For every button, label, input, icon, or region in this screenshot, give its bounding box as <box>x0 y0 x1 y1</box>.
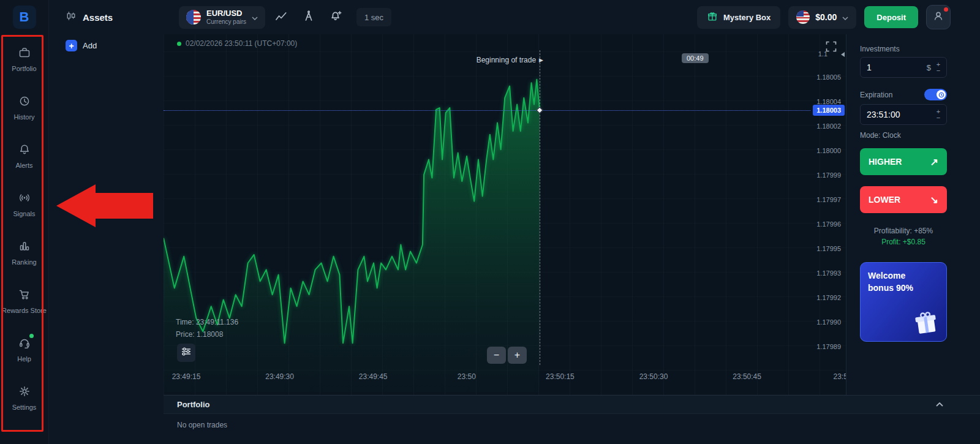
sidebar-item-help[interactable]: Help <box>0 325 48 374</box>
arrow-up-right-icon: ↗ <box>930 156 938 168</box>
assets-panel: + Add <box>49 34 164 444</box>
bell-icon <box>18 143 31 158</box>
toggle-knob-clock-icon <box>937 90 946 99</box>
profitability-text: Profitability: +85% <box>860 227 947 235</box>
expiration-input[interactable]: 23:51:00 + − <box>860 104 947 125</box>
chart-type-button[interactable] <box>270 6 293 29</box>
chart-timestamp: 02/02/2026 23:50:11 (UTC+07:00) <box>186 39 297 48</box>
expiration-label: Expiration <box>860 91 892 99</box>
gift-icon <box>707 11 718 24</box>
eurusd-flag-icon <box>186 10 201 24</box>
stepper-decrease-button[interactable]: − <box>934 115 943 121</box>
portfolio-panel: Portfolio No open trades <box>164 395 980 444</box>
body-row: + Add <box>49 34 980 444</box>
timeframe-label: 1 sec <box>364 13 383 22</box>
portfolio-header[interactable]: Portfolio <box>164 396 980 414</box>
chevron-up-icon <box>936 402 943 407</box>
account-balance-selector[interactable]: $0.00 <box>788 6 856 29</box>
currency-symbol: $ <box>927 63 931 72</box>
investment-value: 1 <box>867 62 927 72</box>
drawing-tools-button[interactable] <box>297 6 320 29</box>
investment-stepper: + − <box>934 61 943 73</box>
main-column: Assets EUR/USD Currency pairs <box>49 0 980 444</box>
help-online-dot <box>29 334 34 338</box>
chart-area-fill <box>164 80 540 392</box>
chart-timestamp-row: 02/02/2026 23:50:11 (UTC+07:00) <box>177 39 297 48</box>
higher-button[interactable]: HIGHER ↗ <box>860 148 947 175</box>
crosshair-price: Price: 1.18008 <box>176 328 238 341</box>
portfolio-empty-state: No open trades <box>164 414 980 436</box>
chart-settings-button[interactable] <box>177 344 195 362</box>
chart-toolbar: EUR/USD Currency pairs <box>164 6 391 29</box>
history-clock-icon <box>18 95 31 110</box>
countdown-badge: 00:49 <box>682 53 709 63</box>
investment-input[interactable]: 1 $ + − <box>860 57 947 78</box>
price-axis-label: 1.18002 <box>810 122 841 130</box>
axis-scroll-left-arrow[interactable] <box>841 52 845 57</box>
assets-header: Assets <box>49 10 164 24</box>
profile-avatar[interactable] <box>926 5 951 29</box>
sidebar-item-alerts[interactable]: Alerts <box>0 132 48 180</box>
lower-button[interactable]: LOWER ↘ <box>860 186 947 213</box>
live-status-dot <box>177 42 181 46</box>
zoom-out-button[interactable]: − <box>487 347 506 364</box>
expiration-row: Expiration <box>860 89 947 100</box>
sidebar-item-label: Help <box>15 355 33 363</box>
drawing-compass-icon <box>303 10 315 24</box>
sidebar-item-portfolio[interactable]: Portfolio <box>0 35 48 83</box>
sidebar-item-label: Ranking <box>10 258 38 266</box>
center-column: 02/02/2026 23:50:11 (UTC+07:00) Beginnin… <box>164 34 980 444</box>
beginning-of-trade-label: Beginning of trade ▶ <box>477 56 543 64</box>
brand-logo[interactable]: B <box>13 6 36 29</box>
sidebar-item-label: Alerts <box>13 162 34 169</box>
chart-plot-svg <box>164 34 846 395</box>
current-price-badge: 1.18003 <box>813 105 845 116</box>
sidebar-item-history[interactable]: History <box>0 83 48 132</box>
pair-name: EUR/USD <box>206 9 246 18</box>
price-axis-label: 1.17995 <box>810 245 841 252</box>
timeframe-selector[interactable]: 1 sec <box>356 8 391 26</box>
trading-app: { "brand": { "logo_letter": "B" }, "side… <box>0 0 980 444</box>
price-axis-label: 1.17996 <box>810 220 841 228</box>
time-axis-label: 23:50:30 <box>639 372 668 381</box>
fullscreen-button[interactable] <box>823 39 840 56</box>
stepper-decrease-button[interactable]: − <box>934 67 943 73</box>
higher-label: HIGHER <box>869 157 902 167</box>
chevron-down-icon <box>252 12 258 23</box>
mystery-box-button[interactable]: Mystery Box <box>697 6 780 29</box>
welcome-bonus-banner[interactable]: Welcome bonus 90% <box>860 262 947 342</box>
assets-icon <box>66 10 77 24</box>
sidebar-item-rewards-store[interactable]: Rewards Store <box>0 277 48 325</box>
topbar-right: Mystery Box $0.00 Deposit <box>697 5 980 29</box>
portfolio-title: Portfolio <box>177 400 936 409</box>
mystery-box-label: Mystery Box <box>723 13 771 22</box>
sidebar-item-settings[interactable]: Settings <box>0 374 48 422</box>
price-axis-label: 1.18005 <box>810 73 841 81</box>
trade-start-line <box>540 50 540 365</box>
person-icon <box>932 10 944 24</box>
add-asset-button[interactable]: + Add <box>49 34 164 51</box>
sidebar-item-ranking[interactable]: Ranking <box>0 228 48 277</box>
expiration-stepper: + − <box>934 108 943 121</box>
topbar: Assets EUR/USD Currency pairs <box>49 0 980 34</box>
deposit-button[interactable]: Deposit <box>864 6 918 28</box>
time-axis-label: 23:49:15 <box>172 372 201 381</box>
time-axis-label: 23:49:45 <box>359 372 388 381</box>
price-axis-label: 1.17997 <box>810 196 841 203</box>
currency-pair-selector[interactable]: EUR/USD Currency pairs <box>179 6 265 29</box>
price-alert-button[interactable] <box>325 6 348 29</box>
profit-text: Profit: +$0.85 <box>860 238 947 246</box>
zoom-in-button[interactable]: + <box>508 347 527 364</box>
time-axis-label: 23:50:15 <box>546 372 575 381</box>
price-axis-label: 1.17999 <box>810 171 841 179</box>
assets-title: Assets <box>83 12 113 23</box>
sidebar-item-label: Portfolio <box>10 65 38 72</box>
pair-texts: EUR/USD Currency pairs <box>206 9 246 25</box>
time-axis-label: 23:50:45 <box>733 372 761 381</box>
expiration-toggle[interactable] <box>924 89 947 100</box>
signals-broadcast-icon <box>18 192 31 206</box>
gear-icon <box>18 385 31 400</box>
sidebar-item-signals[interactable]: Signals <box>0 180 48 228</box>
price-chart[interactable]: 02/02/2026 23:50:11 (UTC+07:00) Beginnin… <box>164 34 846 395</box>
collapse-panel-button[interactable] <box>936 402 943 407</box>
